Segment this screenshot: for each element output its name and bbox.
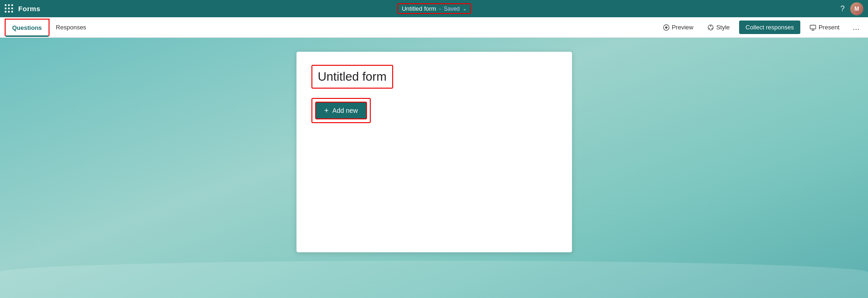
form-card: Untitled form + Add new bbox=[296, 52, 572, 252]
apps-icon[interactable] bbox=[5, 4, 14, 13]
svg-point-4 bbox=[709, 28, 710, 28]
top-navigation-bar: Forms Untitled form - Saved ⌄ ? M bbox=[0, 0, 868, 17]
topbar-right-icons: ? M bbox=[840, 2, 863, 15]
toolbar: Questions Responses Preview Style Collec… bbox=[0, 17, 868, 38]
add-new-wrapper: + Add new bbox=[311, 98, 371, 123]
separator: - bbox=[439, 5, 441, 12]
toolbar-actions: Preview Style Collect responses Present … bbox=[658, 21, 863, 34]
svg-point-1 bbox=[665, 26, 667, 28]
main-content: Untitled form + Add new bbox=[0, 38, 868, 298]
form-title-status[interactable]: Untitled form - Saved ⌄ bbox=[397, 3, 471, 14]
form-title: Untitled form bbox=[318, 69, 387, 83]
tab-questions[interactable]: Questions bbox=[5, 19, 49, 36]
avatar[interactable]: M bbox=[850, 2, 863, 15]
tab-responses[interactable]: Responses bbox=[49, 19, 93, 35]
chevron-down-icon[interactable]: ⌄ bbox=[463, 6, 466, 11]
form-name-label: Untitled form bbox=[402, 5, 436, 12]
style-button[interactable]: Style bbox=[703, 21, 734, 33]
style-icon bbox=[707, 24, 714, 31]
preview-button[interactable]: Preview bbox=[658, 21, 698, 33]
present-icon bbox=[810, 24, 816, 31]
add-new-button[interactable]: + Add new bbox=[315, 102, 367, 119]
form-title-container[interactable]: Untitled form bbox=[311, 65, 393, 89]
more-options-button[interactable]: ... bbox=[849, 21, 863, 34]
collect-responses-button[interactable]: Collect responses bbox=[739, 21, 800, 34]
plus-icon: + bbox=[325, 106, 329, 115]
add-new-label: Add new bbox=[332, 107, 358, 114]
brand-name: Forms bbox=[18, 5, 40, 13]
svg-point-3 bbox=[710, 25, 711, 26]
saved-status: Saved bbox=[444, 6, 460, 12]
preview-icon bbox=[663, 24, 670, 31]
svg-point-5 bbox=[712, 28, 713, 28]
svg-rect-6 bbox=[810, 25, 816, 29]
help-button[interactable]: ? bbox=[840, 5, 845, 13]
present-button[interactable]: Present bbox=[805, 21, 844, 33]
